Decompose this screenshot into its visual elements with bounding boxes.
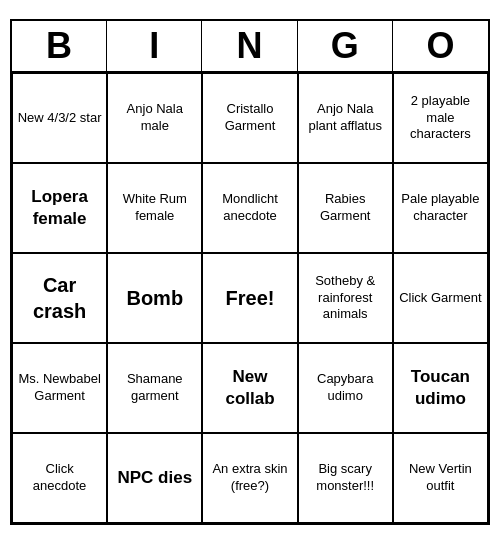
bingo-cell-10[interactable]: Car crash — [12, 253, 107, 343]
bingo-cell-17[interactable]: New collab — [202, 343, 297, 433]
bingo-cell-3[interactable]: Anjo Nala plant afflatus — [298, 73, 393, 163]
bingo-letter-i: I — [107, 21, 202, 71]
bingo-cell-11[interactable]: Bomb — [107, 253, 202, 343]
bingo-cell-22[interactable]: An extra skin (free?) — [202, 433, 297, 523]
bingo-letter-o: O — [393, 21, 488, 71]
bingo-cell-9[interactable]: Pale playable character — [393, 163, 488, 253]
bingo-cell-16[interactable]: Shamane garment — [107, 343, 202, 433]
bingo-cell-19[interactable]: Toucan udimo — [393, 343, 488, 433]
bingo-letter-b: B — [12, 21, 107, 71]
bingo-cell-20[interactable]: Click anecdote — [12, 433, 107, 523]
bingo-cell-7[interactable]: Mondlicht anecdote — [202, 163, 297, 253]
bingo-letter-g: G — [298, 21, 393, 71]
bingo-cell-13[interactable]: Sotheby & rainforest animals — [298, 253, 393, 343]
bingo-grid: New 4/3/2 starAnjo Nala maleCristallo Ga… — [12, 73, 488, 523]
bingo-cell-0[interactable]: New 4/3/2 star — [12, 73, 107, 163]
bingo-cell-21[interactable]: NPC dies — [107, 433, 202, 523]
bingo-cell-4[interactable]: 2 playable male characters — [393, 73, 488, 163]
bingo-cell-5[interactable]: Lopera female — [12, 163, 107, 253]
bingo-cell-18[interactable]: Capybara udimo — [298, 343, 393, 433]
bingo-cell-23[interactable]: Big scary monster!!! — [298, 433, 393, 523]
bingo-cell-6[interactable]: White Rum female — [107, 163, 202, 253]
bingo-letter-n: N — [202, 21, 297, 71]
bingo-cell-12[interactable]: Free! — [202, 253, 297, 343]
bingo-cell-1[interactable]: Anjo Nala male — [107, 73, 202, 163]
bingo-cell-14[interactable]: Click Garment — [393, 253, 488, 343]
bingo-cell-8[interactable]: Rabies Garment — [298, 163, 393, 253]
bingo-cell-15[interactable]: Ms. Newbabel Garment — [12, 343, 107, 433]
bingo-cell-24[interactable]: New Vertin outfit — [393, 433, 488, 523]
bingo-card: BINGO New 4/3/2 starAnjo Nala maleCrista… — [10, 19, 490, 525]
bingo-cell-2[interactable]: Cristallo Garment — [202, 73, 297, 163]
bingo-header: BINGO — [12, 21, 488, 73]
